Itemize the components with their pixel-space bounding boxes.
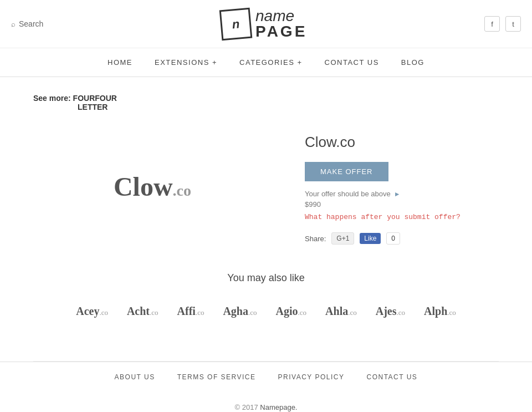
breadcrumb-tag1[interactable]: FOUR — [73, 94, 95, 103]
main-content: See more: FOURFOUR LETTER Clow.co Clow.c… — [0, 77, 532, 361]
search-button[interactable]: ⌕ Search — [11, 19, 43, 28]
domain-suggestion-item[interactable]: Acht.co — [120, 301, 165, 322]
domain-suggestion-item[interactable]: Affi.co — [171, 301, 211, 322]
logo-name: name — [255, 8, 307, 24]
breadcrumb: See more: FOURFOUR LETTER — [33, 94, 499, 111]
domain-info-panel: Clow.co Make Offer Your offer should be … — [305, 128, 499, 245]
domain-suggestion-item[interactable]: Agha.co — [216, 301, 263, 322]
facebook-like-button[interactable]: Like — [360, 233, 381, 244]
domain-suggestion-item[interactable]: Acey.co — [69, 301, 115, 322]
domain-suggestion-item[interactable]: Ahla.co — [319, 301, 364, 322]
nav-item-contact[interactable]: CONTACT US — [325, 58, 379, 67]
domain-suggestions: Acey.coAcht.coAffi.coAgha.coAgio.coAhla.… — [33, 301, 499, 344]
breadcrumb-tag2[interactable]: LETTER — [78, 103, 108, 111]
domain-suggestion-item[interactable]: Agio.co — [269, 301, 314, 322]
share-row: Share: G+1 Like 0 — [305, 232, 499, 245]
breadcrumb-prefix: See more: — [33, 94, 71, 103]
submit-offer-link[interactable]: What happens after you submit offer? — [305, 213, 499, 221]
offer-hint-text: Your offer should be above — [305, 190, 391, 198]
domain-showcase: Clow.co Clow.co Make Offer Your offer sh… — [33, 128, 499, 245]
also-like-section: You may also like Acey.coAcht.coAffi.coA… — [33, 272, 499, 344]
logo-page: PAGE — [255, 24, 307, 39]
main-nav: HOME EXTENSIONS + CATEGORIES + CONTACT U… — [0, 48, 532, 77]
copyright-brand[interactable]: Namepage. — [260, 403, 297, 411]
google-plus-button[interactable]: G+1 — [331, 232, 354, 245]
footer-links: ABOUT US TERMS OF SERVICE PRIVACY POLICY… — [0, 362, 532, 392]
nav-item-home[interactable]: HOME — [108, 58, 132, 67]
domain-tld-display: .co — [173, 182, 191, 199]
copyright-prefix: © 2017 — [235, 403, 258, 411]
footer-about-us[interactable]: ABOUT US — [115, 373, 155, 381]
nav-item-blog[interactable]: BLOG — [401, 58, 424, 67]
footer-contact-us[interactable]: CONTACT US — [366, 373, 417, 381]
social-links: f t — [484, 16, 521, 32]
nav-item-extensions[interactable]: EXTENSIONS + — [155, 58, 217, 67]
arrow-right-icon: ► — [394, 190, 401, 198]
domain-logo-area: Clow.co — [33, 128, 272, 245]
share-label: Share: — [305, 235, 326, 243]
footer-terms[interactable]: TERMS OF SERVICE — [177, 373, 256, 381]
logo-letter: n — [232, 16, 241, 31]
domain-title: Clow.co — [305, 134, 499, 151]
offer-hint: Your offer should be above ► — [305, 190, 499, 198]
nav-item-categories[interactable]: CATEGORIES + — [239, 58, 302, 67]
logo-text: name PAGE — [255, 8, 307, 39]
domain-name-display: Clow — [114, 172, 173, 201]
domain-suggestion-item[interactable]: Ajes.co — [369, 301, 412, 322]
footer-copyright: © 2017 Namepage. — [0, 392, 532, 412]
twitter-icon: t — [512, 20, 514, 28]
domain-display-logo: Clow.co — [114, 171, 191, 202]
facebook-count: 0 — [386, 232, 400, 245]
also-like-title: You may also like — [33, 272, 499, 284]
search-label: Search — [19, 19, 43, 28]
search-icon: ⌕ — [11, 20, 16, 28]
logo-icon-box: n — [219, 7, 253, 40]
offer-price: $990 — [305, 200, 499, 208]
site-logo[interactable]: n name PAGE — [221, 8, 307, 39]
twitter-link[interactable]: t — [505, 16, 521, 32]
footer-privacy[interactable]: PRIVACY POLICY — [278, 373, 345, 381]
header: ⌕ Search n name PAGE f t — [0, 0, 532, 48]
facebook-icon: f — [491, 20, 493, 28]
facebook-link[interactable]: f — [484, 16, 500, 32]
make-offer-button[interactable]: Make Offer — [305, 162, 388, 181]
breadcrumb-tag1-text[interactable]: FOUR — [95, 94, 117, 103]
domain-suggestion-item[interactable]: Alph.co — [417, 301, 463, 322]
